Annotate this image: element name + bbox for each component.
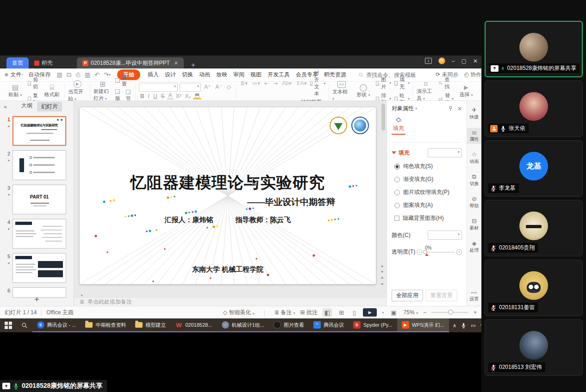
collapse-panel-icon[interactable]: « [4,103,7,110]
bullet-list-icon[interactable]: ≣▾ [239,80,249,87]
scroll-up-icon[interactable]: ▴ [380,263,384,268]
slideshow-play-button[interactable]: ▶ [363,308,377,317]
minimize-button[interactable]: – [452,58,455,64]
increase-font-icon[interactable]: A⁺ [203,84,212,90]
sidebar-item-properties[interactable]: ⚌属性 [467,128,481,144]
close-window-button[interactable]: ✕ [473,58,478,64]
single-page-view-icon[interactable]: 1 [425,58,432,64]
slide-editor[interactable]: 忆阻器建模理论与实验研究 ——毕业设计中期答辩 汇报人：康炜铭 指导教师：陈云飞… [74,101,387,293]
picture-button[interactable]: 图片▾ [376,76,391,90]
notes-toggle-button[interactable]: ≣ 备注 ▾ [274,309,295,317]
zoom-in-icon[interactable]: + [474,309,477,316]
sidebar-item-process[interactable]: ◈处理 [467,239,481,255]
menu-tab-insert[interactable]: 插入 [148,71,159,79]
thumbnail-slide-4[interactable] [12,219,66,249]
outline-tab[interactable]: 大纲 [21,102,32,112]
menu-tab-animation[interactable]: 动画 [199,71,210,79]
notes-placeholder[interactable]: 单击此处添加备注 [87,298,132,306]
restore-button[interactable]: ▢ [461,58,467,64]
font-color-button[interactable]: A [167,93,174,100]
normal-view-icon[interactable]: ◧ [323,308,332,317]
font-size-combo[interactable] [180,83,201,92]
menu-tab-design[interactable]: 设计 [165,71,176,79]
new-slide-button[interactable]: ⊞ 新建幻灯片 ▾ [94,81,112,102]
color-picker-combo[interactable] [428,230,462,240]
thumbnail-slide-1[interactable]: 忆阻器建模理论与实验研究 [12,116,66,146]
new-tab-button[interactable]: + [188,61,198,68]
zoom-level[interactable]: 75% ▾ [404,309,418,316]
slide-canvas[interactable]: 忆阻器建模理论与实验研究 ——毕业设计中期答辩 汇报人：康炜铭 指导教师：陈云飞… [80,107,376,284]
add-slide-button[interactable]: + [0,294,74,305]
taskbar-app-folder2[interactable]: 模型建立 [131,318,170,332]
member-avatar-icon[interactable] [438,57,445,64]
redo-icon[interactable]: ↷ [104,71,109,78]
decrease-indent-icon[interactable]: ⇤ [263,80,270,87]
numbered-list-icon[interactable]: ≔▾ [251,80,261,87]
thumbnail-slide-2[interactable] [12,150,66,180]
pin-panel-icon[interactable] [448,106,454,112]
comments-button[interactable]: ⊞ 批注 [300,309,318,317]
slide-thumbnail-row[interactable]: 3★ PART 01 [1,185,71,214]
present-tools-button[interactable]: ⌑ 演示工具 ▾ [417,81,435,102]
find-button[interactable]: 查找 [438,76,454,90]
option-gradient-fill[interactable]: 渐变填充(G) [392,175,462,183]
fill-preset-combo[interactable] [428,148,462,157]
notes-bar[interactable]: ≣ 单击此处添加备注 [74,297,387,306]
close-document-icon[interactable]: ✕ [174,60,178,66]
reset-button[interactable]: 重置 [115,74,132,87]
increase-icon[interactable]: + [456,249,462,255]
option-pattern-fill[interactable]: 图案填充(A) [392,201,462,209]
sidebar-item-quick[interactable]: ✈快捷 [467,106,481,122]
taskbar-app-meeting2[interactable]: ⌃ 腾讯会议 [309,318,349,332]
menu-tab-transition[interactable]: 切换 [182,71,193,79]
option-picture-fill[interactable]: 图片或纹理填充(P) [392,188,462,196]
props-caret-icon[interactable]: ▾ [415,106,417,111]
bold-button[interactable]: B [139,93,146,100]
slide-thumbnail-row[interactable]: 4★ [1,219,71,249]
scroll-down-icon[interactable]: ▾ [380,269,384,274]
line-spacing-icon[interactable]: ⇕A▾ [295,80,308,87]
export-icon[interactable]: ⊡ [67,71,72,78]
taskbar-app-meeting[interactable]: S 腾讯会议 - ... [32,318,81,332]
undo-icon[interactable]: ↶ [94,71,100,78]
zoom-slider[interactable] [431,312,468,313]
play-from-page-button[interactable]: ▶ 当页开始 ▾ [68,80,87,102]
transparency-slider[interactable]: − 0% + [417,249,462,255]
clear-format-icon[interactable]: ◇ [225,84,232,90]
italic-button[interactable]: I [147,93,151,100]
select-button[interactable]: ► 选择 ▾ [457,84,475,98]
tab-home[interactable]: 首页 [6,57,29,68]
thumbnail-slide-5[interactable] [12,253,66,283]
print-icon[interactable]: ⎙ [75,71,80,79]
tab-docer[interactable]: 稻壳 [29,57,58,68]
participant-tile[interactable]: 龙基 李龙基 [485,140,583,197]
paste-button[interactable]: ▤ 粘贴 ▾ [6,84,25,98]
taskbar-app-wps[interactable]: W 02018528... [170,318,217,332]
sorter-view-icon[interactable]: ⊞ [337,308,346,317]
start-button[interactable] [0,318,17,332]
strikethrough-button[interactable]: S [160,93,166,100]
tray-expand-icon[interactable]: ∧ [453,323,456,329]
taskbar-search-button[interactable] [17,318,32,332]
close-panel-icon[interactable]: ✕ [457,106,462,112]
horizontal-scrollbar[interactable]: ◂ [81,293,380,297]
slide-thumbnail-row[interactable]: 5★ [1,253,71,283]
taskbar-app-wpp-active[interactable]: ▶ WPS演示 幻... [397,318,449,332]
format-painter-button[interactable]: ⌸ 格式刷 [43,84,61,98]
next-slide-icon[interactable]: ⏷ [380,282,384,287]
menu-tab-docer-res[interactable]: 稻壳资源 [324,71,346,79]
font-family-combo[interactable] [139,83,178,92]
sidebar-item-material[interactable]: ⊟素材 [467,217,481,233]
scroll-left-icon[interactable]: ◂ [81,293,82,297]
theme-name[interactable]: Office 主题 [46,309,73,317]
subscript-button[interactable]: X₂ [184,93,193,100]
taskbar-app-image-viewer[interactable]: 图片查看 [269,318,309,332]
tab-document[interactable]: P 02018528康...毕设中期答辩PPT ✕ [77,57,184,68]
tray-display-icon[interactable]: ▭ [471,323,475,329]
slides-tab[interactable]: 幻灯片 [37,102,62,112]
tray-mic-icon[interactable] [461,323,467,329]
menu-tab-slideshow[interactable]: 放映 [216,71,227,79]
fill-tab[interactable]: 填充 [392,116,405,135]
slide-thumbnail-row[interactable]: 2★ [1,150,71,180]
participant-tile[interactable]: 02018405贵翔 [485,200,583,256]
